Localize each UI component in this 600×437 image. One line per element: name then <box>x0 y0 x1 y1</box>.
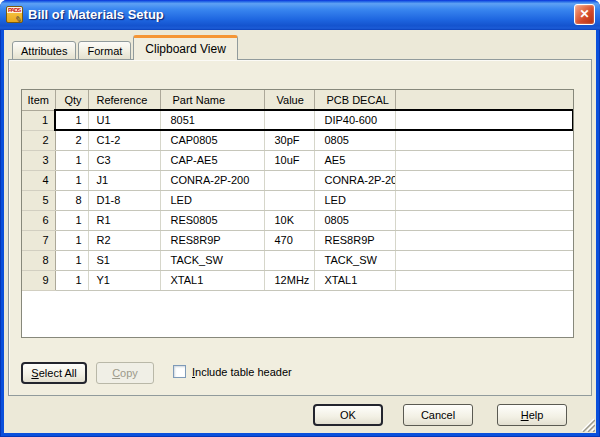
cell-filler[interactable] <box>395 270 573 290</box>
cell-pcb-decal[interactable]: DIP40-600 <box>314 110 395 130</box>
cell-item[interactable]: 6 <box>22 210 55 230</box>
table-row: 4 1 J1 CONRA-2P-200 CONRA-2P-200 <box>22 170 573 190</box>
cell-item[interactable]: 1 <box>22 110 55 130</box>
cell-reference[interactable]: C3 <box>88 150 160 170</box>
cell-filler[interactable] <box>395 250 573 270</box>
table-row: 6 1 R1 RES0805 10K 0805 <box>22 210 573 230</box>
cell-qty[interactable]: 1 <box>55 150 88 170</box>
cell-item[interactable]: 8 <box>22 250 55 270</box>
cell-filler[interactable] <box>395 210 573 230</box>
cell-pcb-decal[interactable]: CONRA-2P-200 <box>314 170 395 190</box>
cell-pcb-decal[interactable]: RES8R9P <box>314 230 395 250</box>
cell-filler[interactable] <box>395 190 573 210</box>
cell-reference[interactable]: U1 <box>88 110 160 130</box>
cell-part-name[interactable]: LED <box>160 190 264 210</box>
cell-reference[interactable]: R2 <box>88 230 160 250</box>
title-bar[interactable]: PADS ✎ Bill of Materials Setup ✕ <box>0 0 600 30</box>
col-header-reference: Reference <box>88 90 160 110</box>
table-row: 8 1 S1 TACK_SW TACK_SW <box>22 250 573 270</box>
cell-pcb-decal[interactable]: TACK_SW <box>314 250 395 270</box>
cell-qty[interactable]: 1 <box>55 170 88 190</box>
cell-reference[interactable]: D1-8 <box>88 190 160 210</box>
select-all-button[interactable]: Select All <box>21 362 87 384</box>
cell-reference[interactable]: Y1 <box>88 270 160 290</box>
pads-logo-icon: PADS ✎ <box>6 6 23 23</box>
cell-qty[interactable]: 1 <box>55 270 88 290</box>
bom-table: Item Qty Reference Part Name Value PCB D… <box>21 89 574 338</box>
cell-part-name[interactable]: XTAL1 <box>160 270 264 290</box>
cell-qty[interactable]: 1 <box>55 230 88 250</box>
cell-reference[interactable]: R1 <box>88 210 160 230</box>
cell-value[interactable]: 12MHz <box>264 270 314 290</box>
table-row: 3 1 C3 CAP-AE5 10uF AE5 <box>22 150 573 170</box>
table-header-row: Item Qty Reference Part Name Value PCB D… <box>22 90 573 110</box>
ok-button[interactable]: OK <box>313 404 383 426</box>
tab-clipboard-view[interactable]: Clipboard View <box>133 35 238 60</box>
cell-value[interactable]: 30pF <box>264 130 314 150</box>
cell-filler[interactable] <box>395 150 573 170</box>
resize-grip[interactable] <box>580 417 595 432</box>
cell-part-name[interactable]: RES8R9P <box>160 230 264 250</box>
cell-item[interactable]: 2 <box>22 130 55 150</box>
cell-value[interactable] <box>264 250 314 270</box>
window-title: Bill of Materials Setup <box>28 7 569 22</box>
cancel-button[interactable]: Cancel <box>403 404 473 426</box>
cell-item[interactable]: 4 <box>22 170 55 190</box>
tab-attributes[interactable]: Attributes <box>12 41 76 60</box>
cell-filler[interactable] <box>395 110 573 130</box>
cell-value[interactable]: 10uF <box>264 150 314 170</box>
cell-pcb-decal[interactable]: XTAL1 <box>314 270 395 290</box>
help-button[interactable]: Help <box>497 404 567 426</box>
cell-value[interactable] <box>264 190 314 210</box>
close-icon[interactable]: ✕ <box>574 4 595 25</box>
cell-qty[interactable]: 1 <box>55 110 88 130</box>
cell-reference[interactable]: C1-2 <box>88 130 160 150</box>
cell-value[interactable]: 470 <box>264 230 314 250</box>
pencil-icon: ✎ <box>15 14 23 23</box>
cell-filler[interactable] <box>395 230 573 250</box>
cell-part-name[interactable]: CAP-AE5 <box>160 150 264 170</box>
cell-reference[interactable]: S1 <box>88 250 160 270</box>
cell-value[interactable] <box>264 170 314 190</box>
dialog-client-area: Attributes Format Clipboard View Item Qt… <box>4 30 596 433</box>
cell-item[interactable]: 5 <box>22 190 55 210</box>
include-table-header-checkbox[interactable] <box>173 365 186 378</box>
include-table-header-option: Include table header <box>173 365 292 378</box>
tab-bar: Attributes Format Clipboard View <box>12 35 240 60</box>
col-header-item: Item <box>22 90 55 110</box>
cell-value[interactable] <box>264 110 314 130</box>
cell-item[interactable]: 3 <box>22 150 55 170</box>
cell-qty[interactable]: 1 <box>55 210 88 230</box>
cell-qty[interactable]: 1 <box>55 250 88 270</box>
cell-part-name[interactable]: CONRA-2P-200 <box>160 170 264 190</box>
cell-item[interactable]: 9 <box>22 270 55 290</box>
clipboard-view-panel: Item Qty Reference Part Name Value PCB D… <box>8 59 592 396</box>
cell-part-name[interactable]: CAP0805 <box>160 130 264 150</box>
col-header-value: Value <box>264 90 314 110</box>
cell-qty[interactable]: 2 <box>55 130 88 150</box>
cell-value[interactable]: 10K <box>264 210 314 230</box>
cell-qty[interactable]: 8 <box>55 190 88 210</box>
cell-pcb-decal[interactable]: 0805 <box>314 130 395 150</box>
cell-part-name[interactable]: TACK_SW <box>160 250 264 270</box>
include-table-header-label: Include table header <box>192 366 292 378</box>
bill-of-materials-dialog: PADS ✎ Bill of Materials Setup ✕ Attribu… <box>0 0 600 437</box>
cell-part-name[interactable]: RES0805 <box>160 210 264 230</box>
cell-part-name[interactable]: 8051 <box>160 110 264 130</box>
table-row: 2 2 C1-2 CAP0805 30pF 0805 <box>22 130 573 150</box>
cell-filler[interactable] <box>395 170 573 190</box>
table-row: 9 1 Y1 XTAL1 12MHz XTAL1 <box>22 270 573 290</box>
cell-item[interactable]: 7 <box>22 230 55 250</box>
table-row: 7 1 R2 RES8R9P 470 RES8R9P <box>22 230 573 250</box>
col-header-part-name: Part Name <box>160 90 264 110</box>
cell-filler[interactable] <box>395 130 573 150</box>
cell-pcb-decal[interactable]: 0805 <box>314 210 395 230</box>
cell-pcb-decal[interactable]: AE5 <box>314 150 395 170</box>
copy-button[interactable]: Copy <box>96 362 154 384</box>
col-header-filler <box>395 90 573 110</box>
cell-pcb-decal[interactable]: LED <box>314 190 395 210</box>
cell-reference[interactable]: J1 <box>88 170 160 190</box>
col-header-pcb-decal: PCB DECAL <box>314 90 395 110</box>
tab-format[interactable]: Format <box>78 41 131 60</box>
pads-logo-text: PADS <box>8 7 20 13</box>
